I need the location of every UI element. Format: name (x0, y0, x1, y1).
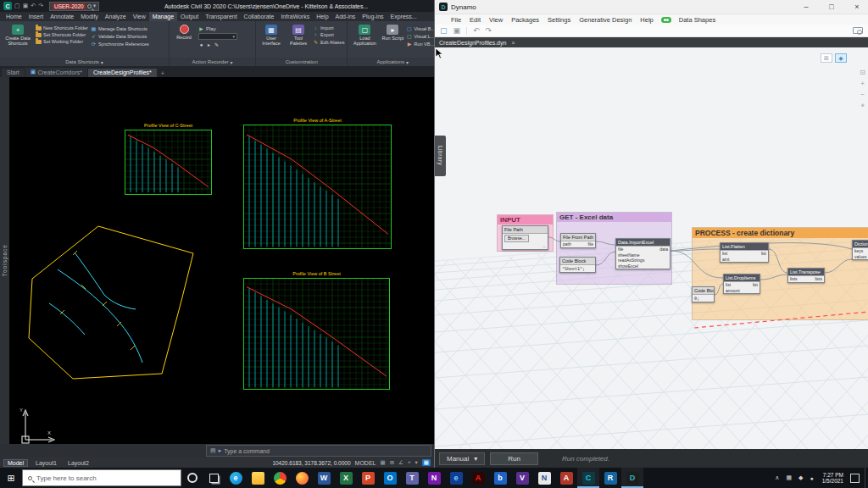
create-data-shortcuts-button[interactable]: + Create Data Shortcuts (3, 23, 33, 57)
run-mode-dropdown[interactable]: Manual▾ (439, 452, 485, 465)
snap-mode-icon[interactable]: ⊞ (390, 459, 394, 466)
browse-button[interactable]: Browse... (504, 235, 529, 242)
tab-createcorridors[interactable]: ▣CreateCorridors* (25, 68, 87, 77)
polar-tracking-icon[interactable]: ∠ (398, 459, 403, 466)
layout-tab-layout2[interactable]: Layout2 (64, 460, 92, 466)
dot-icon[interactable]: ● (198, 42, 204, 47)
ribbon-tab-manage[interactable]: Manage (149, 12, 177, 21)
node-list-flatten[interactable]: List.Flatten listlist amt (720, 242, 769, 263)
new-shortcuts-folder-button[interactable]: New Shortcuts Folder (36, 25, 88, 30)
toolspace-palette-bar[interactable]: Toolspace (0, 77, 9, 444)
port-list-out[interactable]: list (761, 251, 766, 257)
node-title[interactable]: Code Block (693, 287, 714, 295)
zoom-in-icon[interactable]: + (860, 80, 865, 87)
node-title[interactable]: File From Path (561, 234, 595, 241)
layout-tab-model[interactable]: Model (3, 459, 28, 467)
space-mode-label[interactable]: MODEL (355, 460, 376, 466)
zoom-fit-icon[interactable]: ⊡ (860, 69, 865, 76)
menu-help[interactable]: Help (636, 16, 657, 24)
ribbon-tab-view[interactable]: View (130, 12, 149, 21)
tab-start[interactable]: Start (2, 69, 25, 77)
command-customize-icon[interactable]: ▤ (210, 447, 216, 454)
taskbar-app-acrobat[interactable]: A (467, 468, 489, 488)
prompt-icon[interactable]: ▸ (206, 42, 212, 47)
node-list-dropitems[interactable]: List.DropItems listlist amount (723, 274, 760, 294)
node-title[interactable]: List.Transpose (788, 269, 824, 276)
import-button[interactable]: ↓Import (313, 25, 344, 30)
undo-icon[interactable]: ↶ (473, 27, 480, 35)
profile-view-b-street[interactable]: Profile View of B Street (243, 271, 390, 390)
start-button[interactable]: ⊞ (0, 468, 22, 488)
panel-label-action-recorder[interactable]: Action Recorder▾ (170, 58, 255, 66)
user-interface-button[interactable]: ▦ User Interface (259, 23, 284, 57)
port-file[interactable]: file (588, 241, 593, 247)
port-values[interactable]: values (854, 254, 866, 260)
tray-icon-3[interactable]: ● (806, 475, 816, 481)
run-button[interactable]: Run (490, 452, 538, 465)
tray-icon-1[interactable]: ▦ (782, 474, 795, 481)
tray-icon-2[interactable]: ◆ (795, 474, 806, 481)
new-drawing-tab-button[interactable]: + (158, 69, 168, 77)
isolate-objects-icon[interactable]: ▦ (422, 459, 431, 466)
action-macro-dropdown[interactable]: ▾ (198, 33, 237, 40)
taskbar-app-outlook[interactable]: O (379, 468, 401, 488)
port-amt[interactable]: amt (722, 257, 729, 263)
run-script-button[interactable]: ▸ Run Script (381, 23, 403, 57)
action-center-icon[interactable] (850, 474, 860, 483)
qat-redo-icon[interactable]: ↷ (38, 2, 43, 10)
play-button[interactable]: ▶Play (198, 25, 237, 31)
port-data[interactable]: data (659, 247, 668, 252)
ribbon-tab-modify[interactable]: Modify (77, 12, 102, 21)
qat-save-icon[interactable]: ▣ (23, 2, 29, 10)
taskbar-clock[interactable]: 7:27 PM 1/5/2021 (817, 472, 849, 485)
ribbon-tab-infraworks[interactable]: InfraWorks (277, 12, 313, 21)
object-snap-icon[interactable]: ⌖ (408, 459, 411, 466)
port-lists-out[interactable]: lists (815, 276, 822, 282)
task-view-icon[interactable] (209, 474, 219, 483)
library-panel-tab[interactable]: Library (435, 136, 446, 176)
maximize-button[interactable]: □ (821, 0, 843, 14)
site-parcel-plan[interactable] (24, 223, 198, 382)
ribbon-tab-annotate[interactable]: Annotate (47, 12, 77, 21)
panel-label-data-shortcuts[interactable]: Data Shortcuts▾ (0, 58, 169, 66)
node-title[interactable]: List.DropItems (724, 274, 760, 282)
ribbon-tab-analyze[interactable]: Analyze (102, 12, 130, 21)
civil3d-search-box[interactable]: USER-2020 ▾ (49, 2, 99, 11)
status-caret-icon[interactable]: ▾ (415, 459, 418, 466)
code-block-content[interactable]: 0; (693, 295, 714, 302)
profile-view-a-street[interactable]: Profile View of A-Street (243, 118, 392, 249)
qat-undo-icon[interactable]: ↶ (31, 2, 36, 10)
record-button[interactable]: Record (172, 23, 196, 57)
taskbar-app-revit[interactable]: R (599, 468, 621, 488)
pencil-icon[interactable]: ✎ (214, 42, 220, 47)
node-title[interactable]: Code Block (560, 258, 595, 265)
taskbar-app-onenote[interactable]: N (423, 468, 445, 488)
load-application-button[interactable]: ▢ Load Application (350, 23, 379, 57)
minimize-button[interactable]: – (795, 0, 817, 14)
menu-settings[interactable]: Settings (543, 16, 575, 24)
ribbon-tab-plugins[interactable]: Plug-ins (359, 12, 387, 21)
port-amount[interactable]: amount (726, 288, 740, 294)
ribbon-tab-home[interactable]: Home (3, 12, 25, 21)
synchronize-references-button[interactable]: ⟳Synchronize References (91, 41, 149, 47)
ribbon-tab-express[interactable]: Express... (387, 12, 420, 21)
taskbar-app-notepad[interactable]: N (533, 468, 555, 488)
civil3d-search-value[interactable]: USER-2020 (53, 3, 86, 9)
manage-data-shortcuts-button[interactable]: ▦Manage Data Shortcuts (91, 25, 149, 31)
taskbar-app-word[interactable]: W (313, 468, 335, 488)
grid-display-icon[interactable]: ▦ (380, 459, 385, 466)
taskbar-app-civil-3d[interactable]: C (577, 468, 599, 488)
save-icon[interactable]: ▣ (453, 27, 461, 35)
ribbon-tab-output[interactable]: Output (177, 12, 202, 21)
dynamo-canvas[interactable]: INPUT GET - Excel data PROCESS - create … (435, 47, 868, 449)
node-title[interactable]: Data.ImportExcel (616, 239, 670, 247)
run-vba-button[interactable]: ▶Run VB... (406, 41, 434, 47)
set-shortcuts-folder-button[interactable]: Set Shortcuts Folder (36, 32, 88, 37)
node-dictionary-bykeysvalues[interactable]: Dictionary.ByKeysValues keys values (852, 240, 868, 260)
node-code-block-sheet[interactable]: Code Block "Sheet1"; (559, 257, 596, 273)
export-button[interactable]: ↑Export (313, 32, 344, 37)
port-path[interactable]: path (563, 241, 571, 247)
port-showexcel[interactable]: showExcel (618, 263, 638, 269)
node-file-path[interactable]: File Path Browse... ... (502, 225, 548, 250)
port-lists[interactable]: lists (790, 276, 798, 282)
